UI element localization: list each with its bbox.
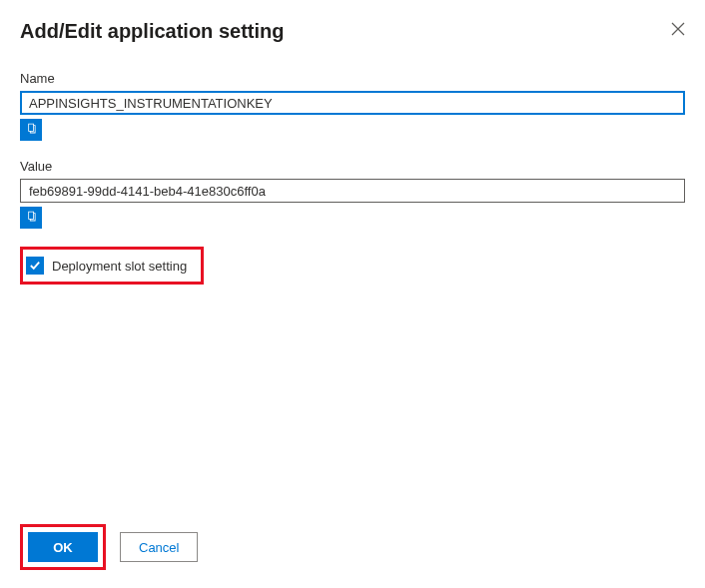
panel-title: Add/Edit application setting bbox=[20, 20, 284, 43]
value-input[interactable] bbox=[20, 179, 685, 203]
copy-icon bbox=[25, 210, 38, 226]
panel-footer: OK Cancel bbox=[20, 510, 685, 588]
copy-value-button[interactable] bbox=[20, 207, 42, 229]
slot-setting-highlight: Deployment slot setting bbox=[20, 247, 685, 285]
ok-button-highlight: OK bbox=[20, 524, 106, 570]
copy-icon bbox=[25, 122, 38, 138]
name-label: Name bbox=[20, 71, 685, 86]
slot-setting-label: Deployment slot setting bbox=[52, 259, 187, 274]
copy-name-button[interactable] bbox=[20, 119, 42, 141]
slot-setting-checkbox[interactable] bbox=[26, 257, 44, 275]
ok-button[interactable]: OK bbox=[28, 532, 98, 562]
value-field-group: Value bbox=[20, 159, 685, 229]
value-label: Value bbox=[20, 159, 685, 174]
app-setting-panel: Add/Edit application setting Name Value bbox=[0, 0, 705, 588]
slot-setting-row: Deployment slot setting bbox=[26, 253, 193, 279]
checkmark-icon bbox=[29, 259, 41, 274]
cancel-button[interactable]: Cancel bbox=[120, 532, 198, 562]
panel-header: Add/Edit application setting bbox=[20, 20, 685, 43]
name-field-group: Name bbox=[20, 71, 685, 141]
close-icon[interactable] bbox=[671, 22, 685, 36]
name-input[interactable] bbox=[20, 91, 685, 115]
